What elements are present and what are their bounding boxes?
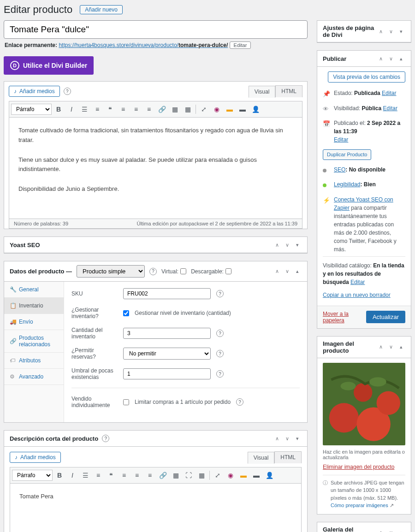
- item-icon[interactable]: ▬: [250, 469, 262, 481]
- toggle-icon[interactable]: ▴: [397, 54, 405, 63]
- remove-image-link[interactable]: Eliminar imagen del producto: [323, 462, 405, 475]
- italic-icon[interactable]: I: [65, 103, 77, 115]
- move-up-icon[interactable]: ∧: [377, 529, 385, 532]
- move-down-icon[interactable]: ∨: [387, 343, 395, 351]
- move-down-icon[interactable]: ∨: [283, 267, 291, 276]
- stock-qty-input[interactable]: [123, 328, 211, 339]
- sold-ind-checkbox[interactable]: [123, 399, 129, 405]
- move-up-icon[interactable]: ∧: [377, 343, 385, 351]
- tab-general[interactable]: 🔧General: [4, 282, 64, 298]
- short-format-select[interactable]: Párrafo: [12, 470, 53, 481]
- short-editor-content[interactable]: Tomate Pera: [10, 484, 302, 532]
- sku-input[interactable]: [123, 288, 211, 299]
- product-image-thumbnail[interactable]: [323, 363, 405, 445]
- edit-visibility-link[interactable]: Editar: [383, 105, 397, 112]
- short-add-media-button[interactable]: ♪ Añadir medios: [10, 452, 61, 463]
- expand-icon[interactable]: ⤢: [212, 469, 224, 481]
- manage-stock-checkbox[interactable]: [123, 310, 129, 316]
- short-visual-tab[interactable]: Visual: [248, 452, 274, 464]
- move-up-icon[interactable]: ∧: [273, 241, 281, 249]
- help-icon[interactable]: ?: [102, 435, 109, 442]
- toggle-icon[interactable]: ▴: [293, 267, 302, 276]
- seo-link[interactable]: SEO: [334, 166, 345, 173]
- move-down-icon[interactable]: ∨: [283, 434, 291, 443]
- fullscreen-icon[interactable]: ⛶: [183, 469, 195, 481]
- move-up-icon[interactable]: ∧: [273, 267, 281, 276]
- format-select[interactable]: Párrafo: [11, 104, 52, 115]
- bold-icon[interactable]: B: [53, 103, 65, 115]
- prepare-images-link[interactable]: Cómo preparar imágenes: [331, 502, 388, 508]
- preview-button[interactable]: Vista previa de los cambios: [328, 71, 405, 83]
- more-icon[interactable]: ▦: [170, 469, 182, 481]
- move-down-icon[interactable]: ∨: [387, 54, 395, 63]
- editor-content[interactable]: Tomate cultivado de forma tradicional, s…: [9, 118, 302, 219]
- low-stock-input[interactable]: [123, 368, 211, 379]
- number-list-icon[interactable]: ≡: [92, 469, 104, 481]
- visual-tab[interactable]: Visual: [249, 86, 275, 98]
- help-icon[interactable]: ?: [236, 398, 243, 406]
- virtual-checkbox[interactable]: Virtual:: [161, 268, 186, 275]
- bold-icon[interactable]: B: [53, 469, 65, 481]
- tab-advanced[interactable]: ⚙Avanzado: [4, 369, 64, 385]
- move-down-icon[interactable]: ∨: [387, 529, 395, 532]
- add-new-button[interactable]: Añadir nuevo: [80, 5, 123, 14]
- quote-icon[interactable]: ❝: [104, 103, 116, 115]
- seo-icon[interactable]: ◉: [225, 469, 237, 481]
- align-left-icon[interactable]: ≡: [117, 103, 129, 115]
- expand-icon[interactable]: ⤢: [198, 103, 210, 115]
- align-left-icon[interactable]: ≡: [118, 469, 130, 481]
- toggle-icon[interactable]: ▴: [397, 529, 405, 532]
- edit-status-link[interactable]: Editar: [382, 90, 396, 96]
- link-icon[interactable]: 🔗: [156, 103, 168, 115]
- divi-builder-button[interactable]: D Utilice el Divi Builder: [4, 56, 94, 75]
- user-icon[interactable]: 👤: [263, 469, 275, 481]
- seo-icon[interactable]: ◉: [211, 103, 223, 115]
- readability-link[interactable]: Legibilidad: [334, 181, 360, 188]
- move-up-icon[interactable]: ∧: [377, 27, 385, 35]
- help-icon[interactable]: ?: [216, 350, 224, 357]
- edit-catalog-link[interactable]: Editar: [350, 279, 365, 285]
- item-icon[interactable]: ▬: [237, 103, 249, 115]
- toggle-icon[interactable]: ▦: [182, 103, 194, 115]
- bullet-list-icon[interactable]: ☰: [78, 103, 90, 115]
- align-right-icon[interactable]: ≡: [143, 103, 155, 115]
- move-down-icon[interactable]: ∨: [283, 241, 291, 249]
- toggle-icon[interactable]: ▦: [196, 469, 208, 481]
- block-icon[interactable]: ▬: [237, 469, 249, 481]
- trash-link[interactable]: Mover a la papelera: [323, 311, 366, 324]
- html-tab[interactable]: HTML: [275, 85, 302, 97]
- align-center-icon[interactable]: ≡: [130, 103, 142, 115]
- tab-shipping[interactable]: 🚚Envío: [4, 314, 64, 330]
- move-down-icon[interactable]: ∨: [387, 27, 395, 35]
- backorders-select[interactable]: No permitir: [123, 348, 211, 360]
- move-up-icon[interactable]: ∧: [377, 54, 385, 63]
- move-up-icon[interactable]: ∧: [273, 434, 281, 443]
- permalink-url[interactable]: https://huerta4bosques.store/divinueva/p…: [59, 42, 228, 48]
- duplicate-button[interactable]: Duplicar Producto: [323, 149, 371, 160]
- align-right-icon[interactable]: ≡: [144, 469, 156, 481]
- italic-icon[interactable]: I: [66, 469, 78, 481]
- align-center-icon[interactable]: ≡: [131, 469, 143, 481]
- toggle-icon[interactable]: ▾: [397, 27, 405, 35]
- toggle-icon[interactable]: ▴: [397, 343, 405, 351]
- toggle-icon[interactable]: ▾: [293, 434, 302, 443]
- help-icon[interactable]: ?: [216, 330, 224, 337]
- copy-draft-link[interactable]: Copiar a un nuevo borrador: [323, 292, 391, 298]
- block-icon[interactable]: ▬: [224, 103, 236, 115]
- update-button[interactable]: Actualizar: [366, 311, 405, 323]
- help-icon[interactable]: ?: [64, 88, 71, 95]
- link-icon[interactable]: 🔗: [157, 469, 169, 481]
- help-icon[interactable]: ?: [216, 370, 224, 378]
- quote-icon[interactable]: ❝: [105, 469, 117, 481]
- more-icon[interactable]: ▦: [169, 103, 181, 115]
- downloadable-checkbox[interactable]: Descargable:: [191, 268, 231, 275]
- add-media-button[interactable]: ♪ Añadir medios: [9, 86, 60, 97]
- number-list-icon[interactable]: ≡: [91, 103, 103, 115]
- user-icon[interactable]: 👤: [249, 103, 261, 115]
- product-type-select[interactable]: Producto simple: [77, 265, 145, 278]
- tab-inventory[interactable]: 📋Inventario: [4, 298, 64, 314]
- product-title-input[interactable]: [4, 20, 308, 39]
- bullet-list-icon[interactable]: ☰: [79, 469, 91, 481]
- help-icon[interactable]: ?: [149, 268, 157, 275]
- tab-attributes[interactable]: 🏷Atributos: [4, 353, 64, 369]
